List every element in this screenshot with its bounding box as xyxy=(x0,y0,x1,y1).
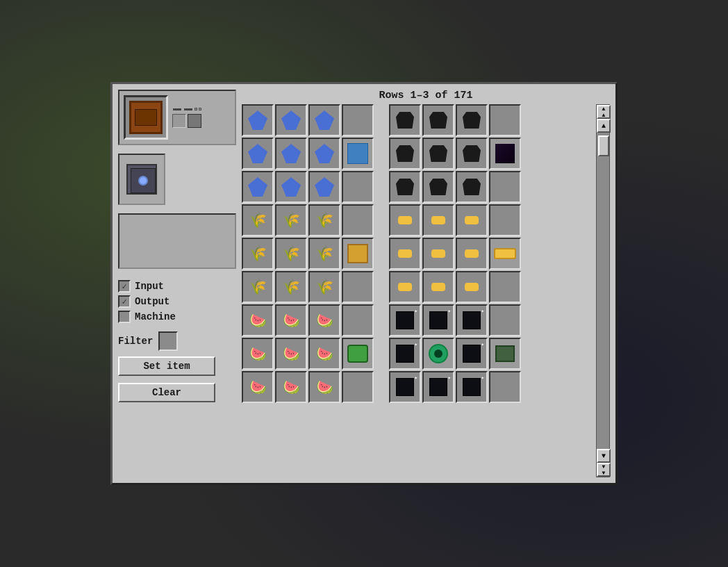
slot-3-8[interactable] xyxy=(489,171,521,203)
slot-9-7[interactable]: ✦ xyxy=(456,371,488,403)
slot-7-3[interactable]: 🍉 xyxy=(308,304,340,336)
slot-1-4[interactable] xyxy=(342,104,374,136)
scroll-up-double-button[interactable]: ▲▲ xyxy=(597,105,611,119)
slot-3-7[interactable] xyxy=(456,171,488,203)
slot-3-2[interactable] xyxy=(275,171,307,203)
slot-5-6[interactable] xyxy=(422,238,454,270)
slot-4-1[interactable]: 🌾 xyxy=(242,204,274,236)
scrollbar: ▲▲ ▲ ▼ ▼▼ xyxy=(596,104,610,477)
scroll-down-button[interactable]: ▼ xyxy=(597,449,611,463)
slot-5-5[interactable] xyxy=(389,238,421,270)
empty-box xyxy=(118,213,236,269)
slot-8-5[interactable]: ✦ xyxy=(389,338,421,370)
slot-2-7[interactable] xyxy=(456,138,488,170)
slot-7-4[interactable] xyxy=(342,304,374,336)
slot-2-4[interactable] xyxy=(342,138,374,170)
slot-3-3[interactable] xyxy=(308,171,340,203)
slot-3-5[interactable] xyxy=(389,171,421,203)
slot-8-8[interactable] xyxy=(489,338,521,370)
slot-6-6[interactable] xyxy=(422,271,454,303)
set-item-button[interactable]: Set item xyxy=(118,356,215,376)
slot-5-7[interactable] xyxy=(456,238,488,270)
machine-checkbox[interactable] xyxy=(118,311,131,323)
slot-5-8[interactable] xyxy=(489,238,521,270)
slot-2-8[interactable] xyxy=(489,138,521,170)
grid-row-4: 🌾 🌾 🌾 xyxy=(242,204,593,236)
input-checkbox-row: Input xyxy=(118,280,236,293)
slot-2-6[interactable] xyxy=(422,138,454,170)
slot-7-8[interactable] xyxy=(489,304,521,336)
slot-4-6[interactable] xyxy=(422,204,454,236)
input-checkbox[interactable] xyxy=(118,280,131,293)
slot-9-8[interactable] xyxy=(489,371,521,403)
slot-9-1[interactable]: 🍉 xyxy=(242,371,274,403)
slot-2-1[interactable] xyxy=(242,138,274,170)
grid-row-2 xyxy=(242,138,593,170)
slot-9-5[interactable]: ✦ xyxy=(389,371,421,403)
slot-6-7[interactable] xyxy=(456,271,488,303)
slot-5-4[interactable] xyxy=(342,238,374,270)
slot-6-1[interactable]: 🌾 xyxy=(242,271,274,303)
slot-8-1[interactable]: 🍉 xyxy=(242,338,274,370)
slot-group-4a: 🌾 🌾 🌾 xyxy=(242,204,374,236)
clear-button[interactable]: Clear xyxy=(118,383,215,402)
slot-7-1[interactable]: 🍉 xyxy=(242,304,274,336)
slot-8-2[interactable]: 🍉 xyxy=(275,338,307,370)
slot-6-2[interactable]: 🌾 xyxy=(275,271,307,303)
slot-1-1[interactable] xyxy=(242,104,274,136)
slot-4-7[interactable] xyxy=(456,204,488,236)
slot-7-2[interactable]: 🍉 xyxy=(275,304,307,336)
slot-1-7[interactable] xyxy=(456,104,488,136)
slot-1-2[interactable] xyxy=(275,104,307,136)
slot-4-2[interactable]: 🌾 xyxy=(275,204,307,236)
slot-1-5[interactable] xyxy=(389,104,421,136)
main-item-slot[interactable] xyxy=(124,95,168,140)
slot-6-5[interactable] xyxy=(389,271,421,303)
slot-1-3[interactable] xyxy=(308,104,340,136)
slot-3-4[interactable] xyxy=(342,171,374,203)
slot-9-6[interactable]: ✦ xyxy=(422,371,454,403)
scroll-down-double-button[interactable]: ▼▼ xyxy=(597,463,611,477)
ctrl-line-top xyxy=(172,108,201,111)
slot-6-8[interactable] xyxy=(489,271,521,303)
output-checkbox[interactable] xyxy=(118,295,131,308)
slot-3-1[interactable] xyxy=(242,171,274,203)
slot-9-3[interactable]: 🍉 xyxy=(308,371,340,403)
grid-row-7: 🍉 🍉 🍉 ✦ ✦ ✦ xyxy=(242,304,593,336)
slot-2-2[interactable] xyxy=(275,138,307,170)
slot-2-3[interactable] xyxy=(308,138,340,170)
slot-4-3[interactable]: 🌾 xyxy=(308,204,340,236)
slot-5-2[interactable]: 🌾 xyxy=(275,238,307,270)
slot-8-6[interactable] xyxy=(422,338,454,370)
slot-7-7[interactable]: ✦ xyxy=(456,304,488,336)
slot-2-5[interactable] xyxy=(389,138,421,170)
slot-group-7a: 🍉 🍉 🍉 xyxy=(242,304,374,336)
left-panel: Input Output Machine Filter Set item Cle… xyxy=(118,90,236,477)
slot-9-2[interactable]: 🍉 xyxy=(275,371,307,403)
machine-body xyxy=(126,164,157,195)
slot-4-5[interactable] xyxy=(389,204,421,236)
slot-5-1[interactable]: 🌾 xyxy=(242,238,274,270)
slot-8-4[interactable] xyxy=(342,338,374,370)
slot-3-6[interactable] xyxy=(422,171,454,203)
slot-4-4[interactable] xyxy=(342,204,374,236)
slot-group-2b xyxy=(389,138,521,170)
scroll-up-button[interactable]: ▲ xyxy=(597,119,611,133)
grid-row-5: 🌾 🌾 🌾 xyxy=(242,238,593,270)
slot-6-3[interactable]: 🌾 xyxy=(308,271,340,303)
slot-9-4[interactable] xyxy=(342,371,374,403)
slot-8-7[interactable]: ✦ xyxy=(456,338,488,370)
slot-7-6[interactable]: ✦ xyxy=(422,304,454,336)
slot-1-6[interactable] xyxy=(422,104,454,136)
controls-icons xyxy=(172,95,201,140)
filter-box[interactable] xyxy=(158,331,178,351)
slot-6-4[interactable] xyxy=(342,271,374,303)
slot-7-5[interactable]: ✦ xyxy=(389,304,421,336)
scroll-thumb[interactable] xyxy=(598,135,609,156)
slot-1-8[interactable] xyxy=(489,104,521,136)
slot-8-3[interactable]: 🍉 xyxy=(308,338,340,370)
filter-row: Filter xyxy=(118,331,236,351)
main-window: Input Output Machine Filter Set item Cle… xyxy=(110,82,618,485)
slot-5-3[interactable]: 🌾 xyxy=(308,238,340,270)
slot-4-8[interactable] xyxy=(489,204,521,236)
